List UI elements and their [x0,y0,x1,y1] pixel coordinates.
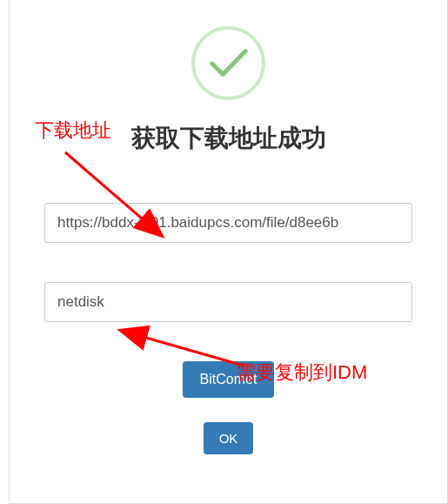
svg-line-0 [65,152,161,235]
annotation-copy-to-idm: 需要复制到IDM [237,360,367,386]
success-dialog: 获取下载地址成功 BitComet OK [9,0,448,504]
svg-line-1 [122,331,244,366]
useragent-input[interactable] [44,282,412,322]
arrow-2 [113,322,252,374]
arrow-1 [57,144,178,248]
ok-button[interactable]: OK [204,422,254,454]
annotation-download-address: 下载地址 [35,118,111,144]
success-icon [191,26,265,100]
